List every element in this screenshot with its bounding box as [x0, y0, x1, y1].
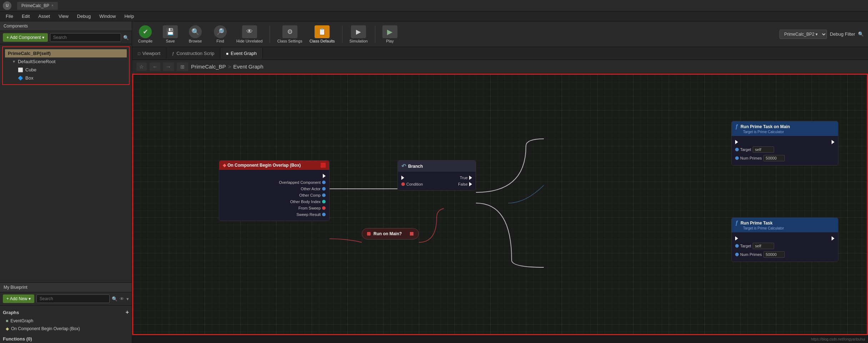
- box-icon: 🔷: [18, 76, 23, 81]
- my-blueprint-toolbar: + Add New ▾ 🔍 👁 ▾: [0, 292, 132, 306]
- rpt-exec-in[interactable]: [735, 236, 738, 241]
- browse-icon: 🔍: [189, 25, 202, 38]
- rpt-main-exec-in[interactable]: [735, 140, 738, 144]
- breadcrumb: PrimeCalc_BP > Event Graph: [191, 64, 264, 70]
- class-defaults-button[interactable]: 📋 Class Defaults: [310, 25, 335, 43]
- tab-close-icon[interactable]: ×: [51, 4, 54, 7]
- other-actor-pin[interactable]: [322, 187, 326, 191]
- class-settings-icon: ⚙: [282, 25, 297, 38]
- rpt-main-exec-row: [732, 139, 838, 145]
- from-sweep-pin[interactable]: [322, 206, 326, 210]
- rpt-main-num-input[interactable]: [763, 155, 785, 161]
- branch-false-pin[interactable]: [469, 182, 472, 186]
- dropdown-icon[interactable]: ▾: [126, 296, 129, 302]
- run-main-in-pin[interactable]: [367, 232, 371, 236]
- tab-viewport[interactable]: □ Viewport: [132, 48, 166, 59]
- tree-item-cube[interactable]: ⬜ Cube: [5, 66, 127, 74]
- sweep-result-pin[interactable]: [322, 213, 326, 216]
- rpt-body: Target Num Primes: [732, 232, 838, 262]
- rpt-exec-row: [732, 235, 838, 242]
- blueprint-search-input[interactable]: [36, 294, 110, 303]
- overlapped-pin[interactable]: [322, 181, 326, 184]
- window-tab[interactable]: PrimeCalc_BP ×: [17, 2, 58, 10]
- debug-dropdown[interactable]: PrimeCalc_BP2 ▾: [779, 30, 827, 39]
- rpt-exec-out[interactable]: [832, 236, 834, 241]
- condition-in-pin[interactable]: [401, 182, 405, 186]
- run-main-out-pin[interactable]: [410, 232, 413, 236]
- browse-button[interactable]: 🔍 Browse: [186, 25, 204, 43]
- rpt-main-target-pin[interactable]: [735, 148, 739, 151]
- node-branch[interactable]: ↶ Branch True Condition: [397, 160, 476, 191]
- my-blueprint-header: My Blueprint: [0, 282, 132, 292]
- menu-asset[interactable]: Asset: [34, 12, 54, 20]
- find-button[interactable]: 🔎 Find: [211, 25, 229, 43]
- tab-event-graph[interactable]: ■ Event Graph: [220, 48, 263, 59]
- overlap-icon: ◆: [6, 326, 9, 331]
- compile-button[interactable]: ✔ Compile: [136, 25, 154, 43]
- breadcrumb-grid-button[interactable]: ⊞: [177, 62, 188, 71]
- class-settings-button[interactable]: ⚙ Class Settings: [277, 25, 302, 43]
- menu-file[interactable]: File: [1, 12, 17, 20]
- simulation-icon: ▶: [351, 25, 366, 38]
- compile-icon: ✔: [139, 25, 152, 38]
- branch-true-pin[interactable]: [469, 176, 472, 180]
- save-button[interactable]: 💾 Save: [161, 25, 179, 43]
- graph-item-label: On Component Begin Overlap (Box): [11, 326, 80, 331]
- rpt-num-row: Num Primes: [732, 250, 838, 259]
- overlap-other-comp-row: Other Comp: [219, 192, 329, 198]
- functions-label: Functions (0): [0, 335, 132, 343]
- other-comp-pin[interactable]: [322, 193, 326, 197]
- rpt-target-input[interactable]: [753, 243, 774, 249]
- rpt-main-num-label: Num Primes: [740, 156, 762, 160]
- add-component-button[interactable]: + Add Component ▾: [3, 33, 48, 42]
- run-main-inner: Run on Main?: [362, 228, 418, 239]
- rpt-num-pin[interactable]: [735, 253, 739, 256]
- run-main-label: Run on Main?: [373, 231, 402, 236]
- tab-construction-script[interactable]: ƒ Construction Scrip: [166, 48, 220, 59]
- eye-icon[interactable]: 👁: [120, 296, 124, 302]
- breadcrumb-forward-button[interactable]: →: [163, 62, 174, 71]
- body-index-pin[interactable]: [322, 200, 326, 203]
- tree-item-defaultsceneroot[interactable]: ▼ DefaultSceneRoot: [5, 57, 127, 66]
- menu-window[interactable]: Window: [95, 12, 120, 20]
- graphs-section-header: Graphs +: [3, 308, 129, 317]
- play-button[interactable]: ▶ Play: [382, 25, 397, 43]
- hide-unrelated-button[interactable]: 👁 Hide Unrelated: [236, 25, 262, 43]
- node-rpt-main[interactable]: ƒ Run Prime Task on Main Target is Prime…: [731, 121, 838, 166]
- rpt-num-input[interactable]: [763, 251, 785, 258]
- graph-item-overlap[interactable]: ◆ On Component Begin Overlap (Box): [3, 325, 129, 333]
- branch-condition-row: Condition False: [398, 181, 476, 187]
- node-run-main[interactable]: Run on Main?: [362, 228, 419, 239]
- graph-canvas[interactable]: ◆On Component Begin Overlap (Box) Overla…: [132, 74, 868, 335]
- graphs-add-icon[interactable]: +: [126, 309, 129, 316]
- menu-debug[interactable]: Debug: [73, 12, 95, 20]
- add-new-button[interactable]: + Add New ▾: [3, 294, 34, 303]
- menu-edit[interactable]: Edit: [17, 12, 34, 20]
- node-overlap[interactable]: ◆On Component Begin Overlap (Box) Overla…: [219, 160, 330, 221]
- rpt-target-pin[interactable]: [735, 244, 739, 248]
- rpt-main-target-input[interactable]: [753, 146, 774, 153]
- menu-help[interactable]: Help: [120, 12, 138, 20]
- menu-view[interactable]: View: [54, 12, 73, 20]
- status-bar: https://blog.csdn.net/longyanbuhui: [132, 335, 868, 343]
- branch-exec-in-pin[interactable]: [401, 176, 404, 180]
- overlap-close-btn[interactable]: [321, 163, 326, 168]
- breadcrumb-star-button[interactable]: ☆: [136, 62, 147, 71]
- component-search-input[interactable]: [50, 33, 121, 42]
- construction-tab-icon: ƒ: [172, 51, 174, 56]
- overlap-exec-out-pin[interactable]: [323, 174, 326, 178]
- node-rpt[interactable]: ƒ Run Prime Task Target is Prime Calcula…: [731, 217, 838, 262]
- rpt-main-exec-out[interactable]: [832, 140, 834, 144]
- simulation-button[interactable]: ▶ Simulation: [350, 25, 368, 43]
- breadcrumb-path1: PrimeCalc_BP: [191, 64, 226, 70]
- breadcrumb-back-button[interactable]: ←: [150, 62, 160, 71]
- graph-item-eventgraph[interactable]: ■ EventGraph: [3, 317, 129, 325]
- overlap-from-sweep-row: From Sweep: [219, 205, 329, 211]
- overlap-overlapped-row: Overlapped Component: [219, 179, 329, 186]
- other-comp-label: Other Comp: [299, 193, 321, 197]
- graphs-section: Graphs + ■ EventGraph ◆ On Component Beg…: [0, 306, 132, 335]
- rpt-main-num-pin[interactable]: [735, 156, 739, 160]
- tree-item-box[interactable]: 🔷 Box: [5, 74, 127, 82]
- tree-item-root[interactable]: PrimeCalc_BP(self): [5, 49, 127, 57]
- branch-node-body: True Condition False: [398, 172, 476, 190]
